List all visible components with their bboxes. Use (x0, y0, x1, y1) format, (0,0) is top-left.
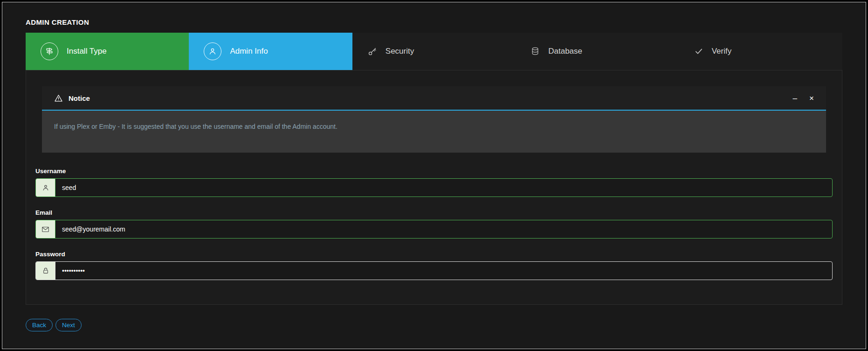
warning-triangle-icon (54, 94, 63, 103)
email-control (35, 220, 833, 239)
notice-panel: Notice – × If using Plex or Emby - It is… (42, 86, 826, 153)
admin-info-panel: Notice – × If using Plex or Emby - It is… (26, 70, 842, 305)
setup-wizard: ADMIN CREATION Install Type (2, 2, 866, 349)
email-label: Email (35, 209, 833, 216)
key-icon (367, 47, 377, 56)
minimize-icon[interactable]: – (793, 94, 797, 102)
username-group: Username (35, 168, 833, 197)
tab-label: Install Type (67, 47, 107, 56)
password-label: Password (35, 251, 833, 258)
wizard-steps: Install Type Admin Info (26, 33, 842, 70)
email-input[interactable] (55, 220, 832, 238)
app-window: ADMIN CREATION Install Type (2, 2, 866, 349)
tab-label: Database (548, 47, 582, 56)
tab-label: Verify (712, 47, 732, 56)
notice-title: Notice (69, 94, 90, 102)
notice-header: Notice – × (42, 86, 826, 111)
tab-install-type[interactable]: Install Type (26, 33, 189, 70)
password-group: Password (35, 251, 833, 280)
tab-label: Security (386, 47, 414, 56)
user-icon (36, 179, 55, 197)
tab-database[interactable]: Database (516, 33, 679, 70)
next-button[interactable]: Next (55, 319, 82, 331)
notice-message: If using Plex or Emby - It is suggested … (42, 111, 826, 153)
username-input[interactable] (55, 179, 832, 197)
notice-controls: – × (793, 94, 814, 102)
tab-verify[interactable]: Verify (679, 33, 842, 70)
close-icon[interactable]: × (809, 94, 814, 102)
wizard-actions: Back Next (26, 319, 842, 349)
lock-icon (36, 262, 55, 280)
envelope-icon (36, 220, 55, 238)
password-input[interactable] (55, 262, 832, 280)
tab-security[interactable]: Security (352, 33, 516, 70)
check-icon (694, 47, 703, 56)
page-title: ADMIN CREATION (26, 18, 842, 26)
email-group: Email (35, 209, 833, 239)
database-icon (530, 47, 540, 56)
user-icon (204, 42, 221, 60)
back-button[interactable]: Back (26, 319, 53, 331)
username-label: Username (35, 168, 833, 175)
tab-admin-info[interactable]: Admin Info (189, 33, 352, 70)
tab-label: Admin Info (230, 47, 268, 56)
username-control (35, 178, 833, 197)
password-control (35, 261, 833, 280)
signpost-icon (41, 42, 58, 60)
